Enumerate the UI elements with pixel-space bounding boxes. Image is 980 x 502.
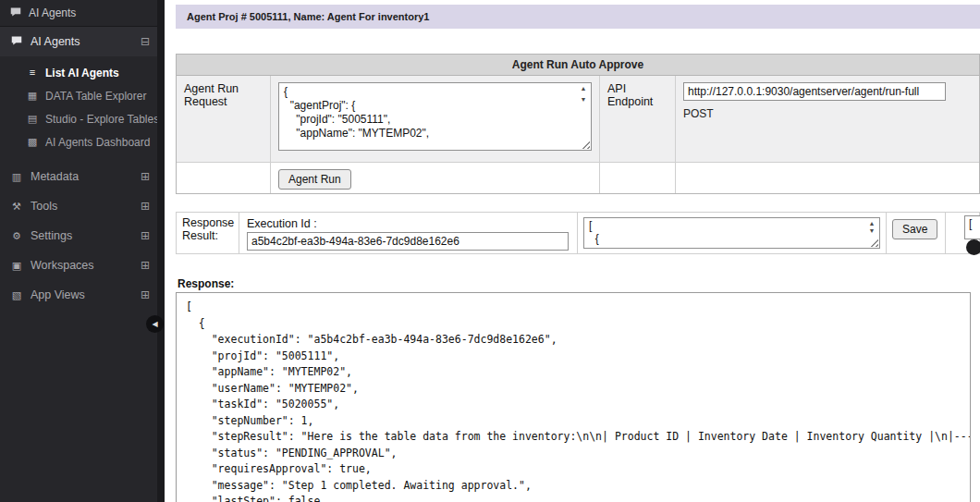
sidebar-item-workspaces[interactable]: ▣ Workspaces ⊞ [0, 251, 165, 280]
api-method-label: POST [683, 107, 972, 120]
agent-run-request-label: Agent Run Request [177, 76, 271, 163]
response-result-panel: Response Result: Execution Id : [ { ▲ ▼ … [176, 212, 980, 254]
ai-agents-icon [10, 35, 23, 48]
sidebar-item-app-views[interactable]: ▧ App Views ⊞ [0, 280, 165, 310]
gear-icon: ⚙ [10, 231, 23, 241]
sidebar-item-label: App Views [31, 288, 85, 301]
brand-label: AI Agents [29, 6, 76, 19]
expand-icon[interactable]: ⊞ [141, 259, 150, 272]
agent-run-form: Agent Run Request { "agentProj": { "proj… [177, 76, 979, 193]
expand-icon[interactable]: ⊞ [141, 229, 150, 242]
agents-chat-icon [9, 6, 22, 19]
agent-run-request-content: { "agentProj": { "projId": "5005111", "a… [279, 83, 591, 150]
execution-id-input[interactable] [247, 232, 569, 251]
spin-up-icon[interactable]: ▲ [869, 220, 876, 227]
sidebar-item-label: List AI Agents [45, 67, 119, 80]
execution-id-label: Execution Id : [247, 217, 571, 230]
sidebar-item-label: Workspaces [31, 259, 94, 272]
dashboard-icon: ▩ [26, 137, 39, 147]
back-arrow-icon: ◀ [152, 320, 157, 328]
response-output[interactable]: [ { "executionId": "a5b4c2bf-ea3b-494a-8… [176, 292, 971, 502]
sidebar-item-studio-explore-tables[interactable]: ▤ Studio - Explore Tables [0, 107, 165, 130]
sidebar-brand: AI Agents [0, 0, 165, 27]
execution-id-cell: Execution Id : [239, 213, 578, 254]
agent-run-button[interactable]: Agent Run [278, 169, 351, 190]
response-output-content: [ { "executionId": "a5b4c2bf-ea3b-494a-8… [186, 300, 961, 502]
metadata-icon: ▥ [10, 172, 23, 182]
sidebar-collapse-button[interactable]: ◀ [146, 315, 164, 333]
sidebar-item-ai-agents-dashboard[interactable]: ▩ AI Agents Dashboard [0, 130, 165, 153]
sidebar-item-metadata[interactable]: ▥ Metadata ⊞ [0, 162, 165, 191]
sidebar-item-label: DATA Table Explorer [45, 90, 146, 103]
spinner-arrows[interactable]: ▲ ▼ [865, 219, 878, 235]
sidebar-submenu: ≡ List AI Agents ▦ DATA Table Explorer ▤… [0, 56, 165, 162]
textarea-scrollbar[interactable]: ▲ ▼ [577, 84, 590, 104]
sidebar-item-settings[interactable]: ⚙ Settings ⊞ [0, 221, 165, 251]
response-label: Response: [178, 277, 234, 290]
sidebar-item-label: Metadata [31, 170, 79, 183]
sidebar-item-label: Settings [31, 229, 72, 242]
approval-content: [ { [584, 218, 879, 248]
app-window: AI Agents AI Agents ⊟ ≡ List AI Agents ▦… [0, 0, 980, 502]
sidebar-item-ai-agents[interactable]: AI Agents ⊟ [0, 27, 165, 56]
agent-run-auto-approve-panel: Agent Run Auto Approve Agent Run Request… [176, 54, 980, 194]
sidebar-item-label: Studio - Explore Tables [45, 113, 159, 126]
sidebar: AI Agents AI Agents ⊟ ≡ List AI Agents ▦… [0, 0, 165, 502]
expand-icon[interactable]: ⊞ [141, 200, 150, 213]
clipped-content: [ [965, 216, 980, 231]
approval-cell: [ { ▲ ▼ [578, 213, 887, 254]
clipped-dark-icon[interactable] [966, 239, 980, 255]
sidebar-item-tools[interactable]: ⚒ Tools ⊞ [0, 191, 165, 221]
sidebar-item-label: AI Agents [31, 35, 80, 48]
api-endpoint-cell: POST [676, 76, 979, 163]
spin-down-icon[interactable]: ▼ [869, 227, 876, 235]
panel-title: Agent Run Auto Approve [177, 55, 979, 76]
clipped-cell: [ [946, 213, 979, 254]
agent-run-request-textarea[interactable]: { "agentProj": { "projId": "5005111", "a… [278, 82, 592, 151]
response-result-label: Response Result: [177, 213, 239, 254]
agent-run-button-cell: Agent Run [271, 163, 600, 193]
approval-textarea[interactable]: [ { ▲ ▼ [583, 217, 880, 249]
sidebar-item-label: Tools [31, 200, 57, 213]
sidebar-item-list-ai-agents[interactable]: ≡ List AI Agents [0, 61, 165, 84]
project-header-bar: Agent Proj # 5005111, Name: Agent For in… [176, 5, 980, 29]
expand-icon[interactable]: ⊞ [141, 170, 150, 183]
empty-cell [600, 163, 676, 193]
collapse-icon[interactable]: ⊟ [141, 35, 150, 48]
expand-icon[interactable]: ⊞ [141, 288, 150, 301]
save-cell: Save [887, 213, 946, 254]
tools-icon: ⚒ [10, 202, 23, 212]
list-icon: ≡ [26, 67, 39, 78]
project-title: Agent Proj # 5005111, Name: Agent For in… [187, 11, 429, 22]
empty-cell [177, 163, 271, 193]
clipped-textarea[interactable]: [ [964, 215, 980, 239]
scroll-down-icon[interactable]: ▼ [581, 96, 587, 104]
empty-cell [676, 163, 979, 193]
workspaces-icon: ▣ [10, 261, 23, 271]
api-endpoint-input[interactable] [683, 82, 946, 101]
app-views-icon: ▧ [10, 290, 23, 300]
sidebar-rail [157, 0, 165, 502]
scroll-up-icon[interactable]: ▲ [581, 85, 587, 92]
agent-run-request-cell: { "agentProj": { "projId": "5005111", "a… [271, 76, 600, 163]
studio-icon: ▤ [26, 114, 39, 124]
sidebar-item-label: AI Agents Dashboard [45, 136, 150, 149]
sidebar-item-data-table-explorer[interactable]: ▦ DATA Table Explorer [0, 84, 165, 107]
save-button[interactable]: Save [892, 219, 937, 239]
table-icon: ▦ [26, 91, 39, 101]
api-endpoint-label: API Endpoint [600, 76, 676, 163]
